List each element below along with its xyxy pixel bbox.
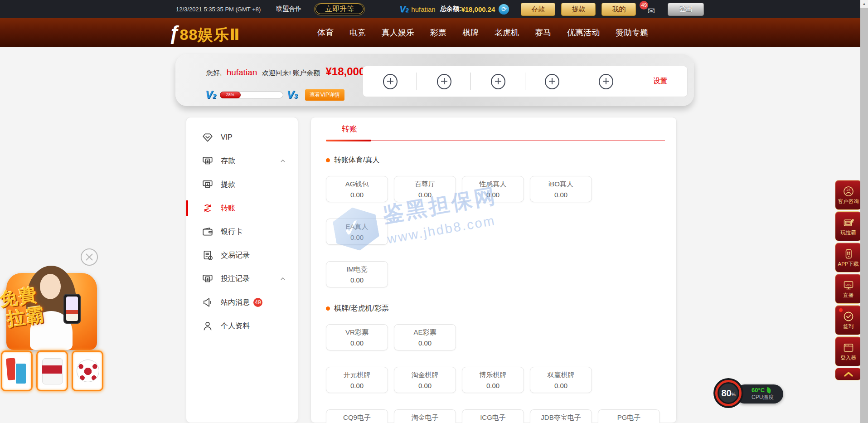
wallet-card[interactable]: 淘金棋牌0.00 (394, 367, 456, 393)
wallet-card-row: VR彩票0.00AE彩票0.00 (326, 324, 665, 350)
wallet-name: AE彩票 (413, 328, 436, 337)
main-nav: ƒ88娱乐Ⅱ 体育电竞真人娱乐彩票棋牌老虎机赛马优惠活动赞助专题 (0, 18, 868, 47)
cpu-temperature: 60°C (752, 387, 765, 394)
scrollbar-thumb[interactable] (860, 8, 868, 423)
message-count-badge: 49 (640, 1, 648, 10)
section-title: 转账体育/真人 (326, 156, 665, 165)
slot-machine-button[interactable]: 777 玩拉霸 (835, 211, 862, 241)
nav-item-5[interactable]: 棋牌 (462, 27, 479, 38)
withdraw-button[interactable]: 提款 (561, 3, 596, 16)
sidebar-item-bet-records[interactable]: 投注记录 (186, 267, 298, 291)
wallet-card[interactable]: 开元棋牌0.00 (326, 367, 388, 393)
wallet-balance: 0.00 (418, 382, 432, 389)
sidebar-item-bank-card[interactable]: 银行卡 (186, 220, 298, 243)
svg-text:777: 777 (845, 221, 849, 224)
bet-record-icon (202, 273, 213, 285)
shortcut-settings-button[interactable]: 设置 (633, 66, 687, 97)
tab-underline (326, 139, 665, 141)
sidebar-item-messages[interactable]: 站内消息 49 (186, 291, 298, 314)
add-shortcut-button[interactable] (363, 66, 417, 97)
wallet-balance: 0.00 (486, 382, 499, 389)
customer-service-button[interactable]: 24 客户咨询 (835, 180, 862, 210)
prize-phone-thumb[interactable] (1, 350, 33, 391)
add-shortcut-button[interactable] (471, 66, 525, 97)
transfer-panel: 转账 转账体育/真人AG钱包0.00百尊厅0.00性感真人0.00iBO真人0.… (310, 117, 677, 423)
plus-circle-icon (545, 74, 559, 89)
deposit-button[interactable]: 存款 (521, 3, 555, 16)
refresh-balance-icon[interactable]: ⟳ (499, 4, 509, 15)
wallet-balance: 0.00 (554, 191, 567, 199)
sidebar-item-transfer[interactable]: $ 转账 (186, 196, 298, 220)
vip-detail-button[interactable]: 查看VIP详情 (305, 89, 344, 101)
app-download-button[interactable]: APP下载 (835, 243, 862, 272)
top-bar: 12/3/2021 5:35:35 PM (GMT +8) 联盟合作 立即升等 … (0, 0, 868, 18)
nav-item-6[interactable]: 老虎机 (495, 27, 519, 38)
wallet-card[interactable]: 淘金电子0.00 (394, 409, 456, 423)
nav-item-3[interactable]: 真人娱乐 (382, 27, 414, 38)
wallet-name: 双赢棋牌 (548, 371, 575, 379)
wallet-card[interactable]: AE彩票0.00 (394, 324, 456, 350)
wallet-card[interactable]: ICG电子0.00 (462, 409, 524, 423)
dock-collapse-button[interactable] (835, 368, 862, 380)
message-envelope[interactable]: ✉ 49 (640, 2, 656, 16)
wallet-card[interactable]: AG钱包0.00 (326, 176, 388, 202)
sidebar-item-withdraw[interactable]: 提款 (186, 173, 298, 196)
wallet-sections: 转账体育/真人AG钱包0.00百尊厅0.00性感真人0.00iBO真人0.00E… (326, 156, 665, 423)
wallet-card[interactable]: 性感真人0.00 (462, 176, 524, 202)
prize-jersey-thumb[interactable] (36, 350, 68, 391)
scrollbar-up-arrow[interactable]: ▲ (860, 0, 868, 8)
quick-shortcut-panel: 设置 (363, 66, 688, 97)
add-shortcut-button[interactable] (417, 66, 471, 97)
wallet-card[interactable]: CQ9电子0.00 (326, 409, 388, 423)
site-logo[interactable]: ƒ88娱乐Ⅱ (169, 22, 240, 45)
wallet-card[interactable]: EA真人0.00 (326, 219, 388, 245)
slot-machine-icon: 777 (843, 217, 854, 229)
person-icon (202, 320, 213, 332)
wallet-name: IM电竞 (346, 265, 368, 274)
tab-transfer[interactable]: 转账 (332, 124, 367, 134)
wallet-card[interactable]: 博乐棋牌0.00 (462, 367, 524, 393)
promo-slogan: 免費 拉霸 (0, 284, 46, 330)
nav-item-1[interactable]: 体育 (317, 27, 334, 38)
wallet-card[interactable]: IM电竞0.00 (326, 261, 388, 287)
nav-item-2[interactable]: 电竞 (349, 27, 366, 38)
nav-item-7[interactable]: 赛马 (535, 27, 551, 38)
live-stream-button[interactable]: LIVE 直播 (835, 274, 862, 304)
account-summary: V2 hufatian 总余额: ¥18,000.24 ⟳ (399, 4, 509, 15)
wallet-card[interactable]: VR彩票0.00 (326, 324, 388, 350)
wallet-card-row: AG钱包0.00百尊厅0.00性感真人0.00iBO真人0.00 (326, 176, 665, 202)
mine-button[interactable]: 我的 (601, 3, 636, 16)
sidebar-item-transaction-history[interactable]: 交易记录 (186, 243, 298, 267)
vip-next-badge: V3 (287, 88, 298, 101)
wallet-balance: 0.00 (350, 276, 364, 284)
add-shortcut-button[interactable] (525, 66, 579, 97)
upgrade-button[interactable]: 立即升等 (314, 3, 365, 15)
promo-banner[interactable]: 免費 拉霸 (0, 263, 107, 394)
wallet-card-row: IM电竞0.00 (326, 261, 665, 287)
nav-item-4[interactable]: 彩票 (430, 27, 446, 38)
nav-item-8[interactable]: 优惠活动 (567, 27, 600, 38)
promo-close-icon[interactable] (81, 248, 98, 266)
page-scrollbar[interactable]: ▲ (860, 0, 868, 423)
wallet-card[interactable]: PG电子0.00 (598, 409, 660, 423)
sidebar-item-vip[interactable]: VIP (186, 126, 298, 149)
wallet-card[interactable]: JDB夺宝电子0.00 (530, 409, 592, 423)
greeting-username: hufatian (227, 68, 257, 77)
wallet-name: 开元棋牌 (344, 371, 371, 379)
sign-in-button[interactable]: 签到 (835, 305, 862, 335)
cpu-usage-gauge[interactable]: 80 % (715, 380, 742, 406)
wallet-card[interactable]: 百尊厅0.00 (394, 176, 456, 202)
alliance-link[interactable]: 联盟合作 (276, 5, 301, 13)
launcher-button[interactable]: 登入器 (835, 336, 862, 366)
logout-button[interactable]: 登出 (668, 3, 704, 16)
wallet-card[interactable]: iBO真人0.00 (530, 176, 592, 202)
add-shortcut-button[interactable] (579, 66, 633, 97)
service-24-icon: 24 (843, 185, 854, 197)
sidebar-item-profile[interactable]: 个人资料 (186, 314, 298, 338)
prize-football-thumb[interactable] (72, 350, 103, 391)
sidebar-item-deposit[interactable]: 存款 (186, 149, 298, 173)
nav-item-9[interactable]: 赞助专题 (616, 27, 648, 38)
welcome-panel: 您好, hufatian 欢迎回来! 账户余额 ¥18,000.24 ⟳ V2 … (175, 54, 694, 106)
wallet-card[interactable]: 双赢棋牌0.00 (530, 367, 592, 393)
transaction-record-icon (202, 249, 213, 261)
